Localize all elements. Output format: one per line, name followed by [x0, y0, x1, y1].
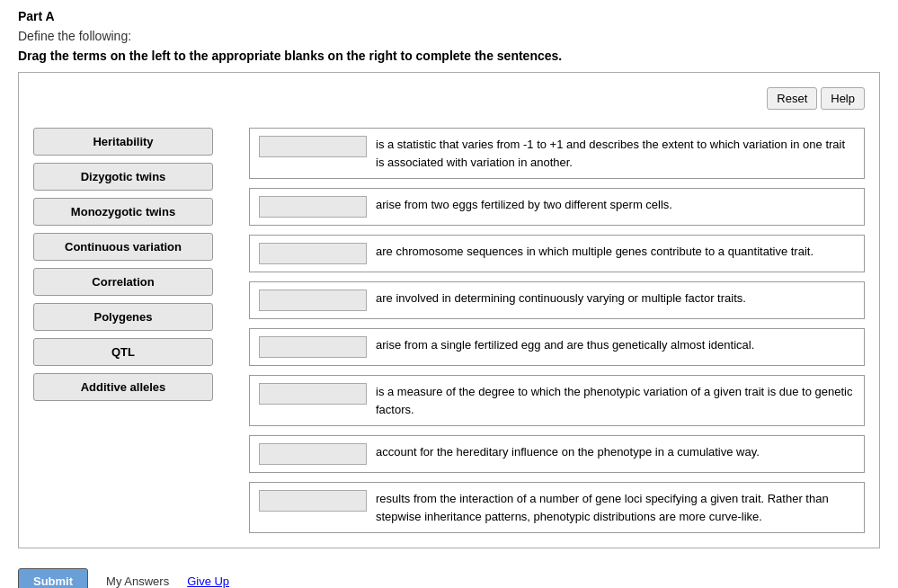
my-answers-label: My Answers [106, 575, 169, 588]
term-qtl[interactable]: QTL [33, 338, 213, 366]
term-heritability[interactable]: Heritability [33, 128, 213, 156]
sentence-6-text: is a measure of the degree to which the … [376, 383, 855, 418]
blank-8[interactable] [259, 490, 367, 512]
blank-5[interactable] [259, 336, 367, 358]
sentence-1-text: is a statistic that varies from -1 to +1… [376, 136, 855, 171]
part-title: Part A [18, 9, 880, 23]
sentence-8: results from the interaction of a number… [249, 482, 865, 533]
top-buttons: Reset Help [33, 87, 865, 110]
sentence-7-text: account for the hereditary influence on … [376, 443, 855, 461]
blank-2[interactable] [259, 196, 367, 218]
left-terms: Heritability Dizygotic twins Monozygotic… [33, 128, 222, 401]
term-polygenes[interactable]: Polygenes [33, 303, 213, 331]
term-monozygotic[interactable]: Monozygotic twins [33, 198, 213, 226]
blank-3[interactable] [259, 243, 367, 264]
reset-button[interactable]: Reset [767, 87, 817, 110]
blank-6[interactable] [259, 383, 367, 405]
sentence-5: arise from a single fertilized egg and a… [249, 328, 865, 366]
sentence-3-text: are chromosome sequences in which multip… [376, 243, 855, 261]
page: Part A Define the following: Drag the te… [0, 0, 898, 588]
drag-area: Heritability Dizygotic twins Monozygotic… [33, 128, 865, 533]
sentence-1: is a statistic that varies from -1 to +1… [249, 128, 865, 179]
sentence-4-text: are involved in determining continuously… [376, 290, 855, 307]
term-continuous[interactable]: Continuous variation [33, 233, 213, 261]
main-container: Reset Help Heritability Dizygotic twins … [18, 72, 880, 548]
sentence-8-text: results from the interaction of a number… [376, 490, 855, 525]
blank-4[interactable] [259, 290, 367, 311]
blank-7[interactable] [259, 443, 367, 465]
sentence-3: are chromosome sequences in which multip… [249, 235, 865, 272]
submit-button[interactable]: Submit [18, 568, 88, 588]
help-button[interactable]: Help [821, 87, 865, 110]
define-text: Define the following: [18, 29, 880, 43]
sentence-7: account for the hereditary influence on … [249, 435, 865, 473]
blank-1[interactable] [259, 136, 367, 157]
right-blanks: is a statistic that varies from -1 to +1… [249, 128, 865, 533]
sentence-4: are involved in determining continuously… [249, 281, 865, 319]
sentence-6: is a measure of the degree to which the … [249, 375, 865, 426]
sentence-5-text: arise from a single fertilized egg and a… [376, 336, 855, 354]
term-additive[interactable]: Additive alleles [33, 373, 213, 401]
bottom-bar: Submit My Answers Give Up [18, 561, 880, 588]
term-dizygotic[interactable]: Dizygotic twins [33, 163, 213, 191]
give-up-link[interactable]: Give Up [187, 575, 229, 588]
sentence-2: arise from two eggs fertilized by two di… [249, 188, 865, 226]
term-correlation[interactable]: Correlation [33, 268, 213, 296]
drag-instruction: Drag the terms on the left to the approp… [18, 49, 880, 63]
sentence-2-text: arise from two eggs fertilized by two di… [376, 196, 855, 214]
